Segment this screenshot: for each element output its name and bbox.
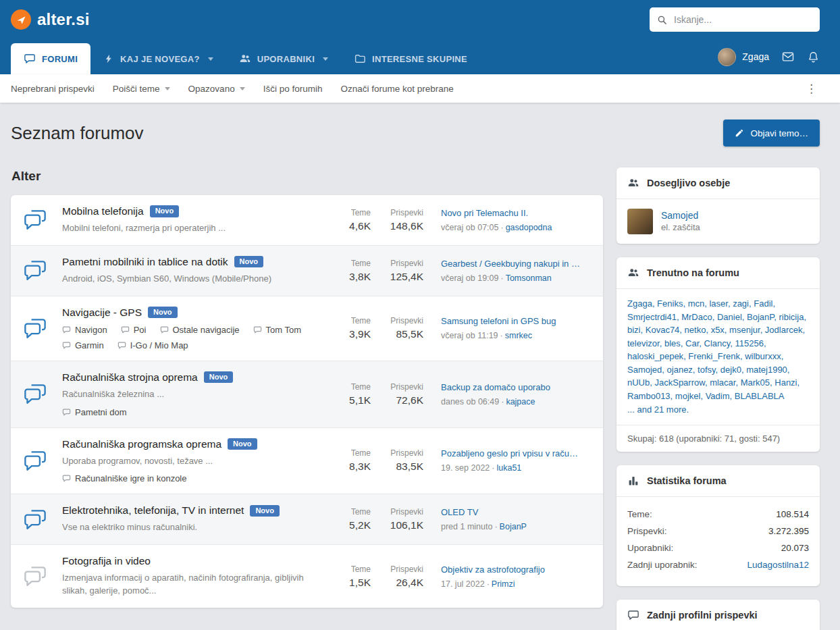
online-user-link[interactable]: 115256 [735,338,764,348]
online-user-link[interactable]: Jodlarcek [765,325,803,335]
forum-title-link[interactable]: Pametni mobilniki in tablice na dotik [62,256,228,268]
online-user-link[interactable]: x5x [711,325,725,335]
forum-title-link[interactable]: Mobilna telefonija [62,205,144,217]
subnav-oznaci-forume-prebrane[interactable]: Označi forume kot prebrane [340,84,453,94]
forum-row: Mobilna telefonija Novo Mobilni telefoni… [11,195,603,246]
forum-title-link[interactable]: Navigacije - GPS [62,307,142,319]
topics-stat: Teme 4,6K [319,208,372,232]
subforum-link[interactable]: Tom Tom [253,325,302,335]
subforum-link[interactable]: Ostale navigacije [160,325,240,335]
brand-logo[interactable]: alter.si [11,9,90,30]
online-user-link[interactable]: Kovac74 [646,325,680,335]
online-user-link[interactable]: mlacar [710,377,735,388]
online-user-link[interactable]: wilburxxx [745,351,781,361]
online-user-link[interactable]: Clancy [704,338,731,348]
online-user-link[interactable]: netko [685,325,706,335]
online-user-link[interactable]: Car [685,338,699,348]
online-more-link[interactable]: ... and 21 more. [627,403,809,417]
staff-member-link[interactable]: Samojed [661,210,700,221]
tab-interesne-skupine[interactable]: INTERESNE SKUPINE [341,43,480,74]
online-user-link[interactable]: mojkel [675,391,701,401]
staff-online-card: Dosegljivo osebje Samojed el. zaščita [616,167,820,244]
card-title: Statistika foruma [647,475,727,486]
subforum-link[interactable]: Poi [121,325,147,335]
online-user-link[interactable]: BojanP [747,312,774,322]
tab-uporabniki[interactable]: UPORABNIKI [226,43,341,74]
online-user-link[interactable]: Mark05 [741,377,770,388]
subforum-link[interactable]: Navigon [62,325,107,335]
last-post-user-link[interactable]: Primzi [492,579,515,589]
forum-bubbles-icon [22,507,62,532]
online-user-link[interactable]: Daniel [717,312,742,322]
post-thread-button[interactable]: Objavi temo… [723,120,820,147]
last-post-link[interactable]: Pozabljeno geslo pri vpisu v raču… [441,448,591,458]
alerts-bell-icon[interactable] [807,51,820,63]
online-user-link[interactable]: laser [709,298,727,309]
account-menu[interactable]: Zgaga [718,48,769,66]
forum-title-link[interactable]: Fotografija in video [62,555,151,567]
subforum-link[interactable]: Računalniške igre in konzole [62,473,186,483]
last-post-link[interactable]: Objektiv za astrofotografijo [441,565,591,575]
subforum-link[interactable]: Garmin [62,340,104,350]
subnav-neprebrani-prispevki[interactable]: Neprebrani prispevki [11,84,95,94]
last-post-user-link[interactable]: luka51 [496,463,521,473]
latest-member-link[interactable]: Ludagostilna12 [747,560,809,570]
separator [498,223,505,232]
last-post-user-link[interactable]: kajpace [506,397,535,406]
forum-title-link[interactable]: Elektrotehnika, telefonija, TV in intern… [62,504,244,517]
online-user-link[interactable]: zagi [733,298,749,309]
online-user-link[interactable]: televizor [627,338,660,348]
online-user-link[interactable]: Feniks [657,298,683,309]
forum-title-link[interactable]: Računalniška strojna oprema [62,371,198,384]
search-input[interactable] [674,14,813,25]
online-user-link[interactable]: Frenki_Frenk [688,351,740,361]
last-post-user-link[interactable]: BojanP [500,522,527,531]
online-user-link[interactable]: Smrjectrdi41 [627,312,677,322]
online-user-link[interactable]: haloski_pepek [627,351,683,361]
online-user-link[interactable]: Hanzi [775,377,797,388]
last-post-link[interactable]: OLED TV [441,507,591,517]
last-post: Objektiv za astrofotografijo 17. jul 202… [441,565,591,589]
online-user-link[interactable]: msenjur [729,325,760,335]
online-user-link[interactable]: dejk0 [720,365,741,375]
last-post-link[interactable]: Samsung telefoni in GPS bug [441,316,591,326]
tab-forumi[interactable]: FORUMI [11,43,90,74]
subnav-opazovano[interactable]: Opazovano [188,84,245,94]
last-post-user-link[interactable]: smrkec [505,331,532,340]
online-user-link[interactable]: bizi [627,325,641,335]
last-post-link[interactable]: Gearbest / Geekbuying nakupi in … [441,259,591,269]
online-user-link[interactable]: bles [664,338,681,348]
last-post-user-link[interactable]: Tomsonman [506,273,552,283]
online-user-link[interactable]: Fadil [754,298,772,309]
online-user-link[interactable]: Zgaga [627,298,652,309]
online-user-link[interactable]: BLABLABLA [735,391,785,401]
subforum-link[interactable]: Pametni dom [62,407,127,417]
category-title[interactable]: Alter [11,169,603,184]
online-user-link[interactable]: matej1990 [746,365,787,375]
last-post-link[interactable]: Backup za domačo uporabo [441,382,591,392]
online-user-link[interactable]: Samojed [627,365,662,375]
subforum-link[interactable]: I-Go / Mio Map [117,340,188,350]
online-user-link[interactable]: ojanez [667,365,693,375]
online-user-link[interactable]: tofsy [698,365,716,375]
forum-title-link[interactable]: Računalniška programska oprema [62,438,221,450]
speech-bubble-icon [627,609,639,621]
messages-envelope-icon[interactable] [781,50,795,63]
subnav-isci-po-forumih[interactable]: Išči po forumih [263,84,323,94]
last-post-link[interactable]: Novo pri Telemachu II. [441,208,591,218]
online-user-link[interactable]: Rambo013 [627,391,671,401]
avatar[interactable] [627,209,653,234]
online-user-link[interactable]: nUUb [627,377,650,388]
last-post-user-link[interactable]: gasdopodna [506,223,552,232]
post-thread-label: Objavi temo… [750,128,808,138]
online-user-link[interactable]: Vadim [706,391,730,401]
online-user-link[interactable]: JackSparrow [654,377,704,388]
online-user-link[interactable]: mcn [688,298,705,309]
online-user-link[interactable]: ribicija [779,312,804,322]
online-user-link[interactable]: MrDaco [681,312,712,322]
subnav-poisci-teme[interactable]: Poišči teme [113,84,170,94]
brand-name: alter.si [37,10,90,29]
stat-row: Zadnji uporabnik: Ludagostilna12 [627,560,809,570]
tab-kaj-je-novega[interactable]: KAJ JE NOVEGA? [90,43,226,74]
more-options-icon[interactable]: ⋮ [803,82,820,96]
